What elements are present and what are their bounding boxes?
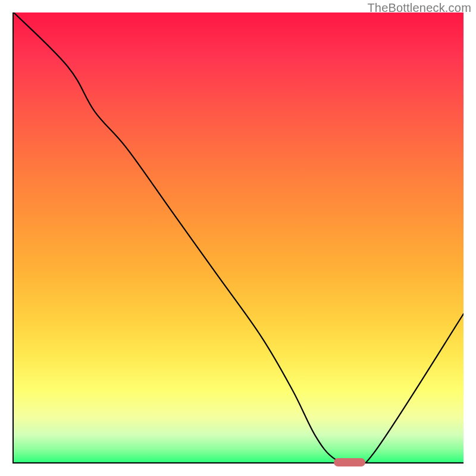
chart-curve-path: [14, 12, 464, 462]
chart-curve-svg: [14, 12, 464, 462]
optimal-range-marker: [334, 458, 365, 466]
chart-plot-area: [12, 12, 464, 464]
